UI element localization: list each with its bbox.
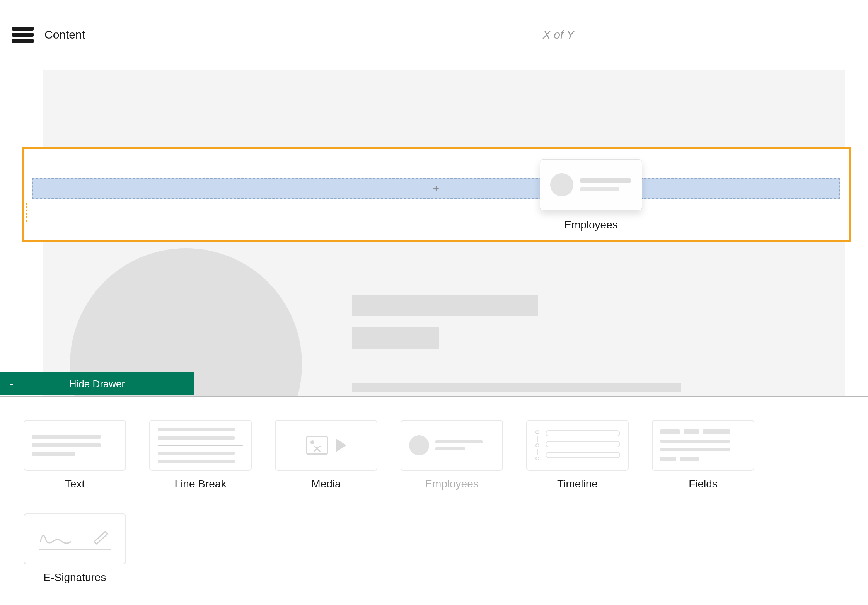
- pager-label: X of Y: [543, 28, 574, 41]
- drawer-item-employees: Employees: [401, 420, 503, 490]
- hide-drawer-button[interactable]: - Hide Drawer: [0, 372, 194, 395]
- drawer-card-linebreak[interactable]: [149, 420, 252, 471]
- drawer-item-label: E-Signatures: [44, 571, 106, 584]
- signature-icon: [32, 522, 118, 556]
- drawer-item-label: Line Break: [175, 478, 227, 490]
- drawer-card-employees[interactable]: [401, 420, 503, 471]
- profile-text-skeleton: [352, 295, 805, 392]
- fields-icon: [660, 429, 746, 461]
- avatar-placeholder-icon: [550, 173, 573, 196]
- employees-icon: [409, 435, 495, 455]
- drawer-item-timeline: Timeline: [526, 420, 629, 490]
- drawer-item-media: Media: [275, 420, 377, 490]
- drawer-item-label: Employees: [425, 478, 479, 490]
- plus-icon: +: [433, 182, 439, 195]
- drawer-card-fields[interactable]: [652, 420, 754, 471]
- header-title: Content: [44, 28, 85, 41]
- image-icon: [306, 436, 328, 455]
- timeline-icon: [535, 430, 620, 460]
- drawer-card-text[interactable]: [24, 420, 126, 471]
- drawer-item-label: Timeline: [557, 478, 598, 490]
- text-icon: [32, 435, 118, 456]
- drawer-item-linebreak: Line Break: [149, 420, 252, 490]
- hamburger-menu-icon[interactable]: [12, 27, 34, 43]
- hide-drawer-label: Hide Drawer: [69, 378, 125, 390]
- page-root: Content X of Y + Employees -: [0, 0, 868, 605]
- drawer-item-label: Fields: [689, 478, 718, 490]
- linebreak-icon: [158, 428, 243, 463]
- drawer-item-esignatures: E-Signatures: [24, 513, 126, 584]
- header-bar: Content X of Y: [0, 0, 868, 70]
- dragging-card-employees[interactable]: [540, 159, 642, 210]
- placeholder-lines: [580, 178, 632, 191]
- minus-icon: -: [10, 377, 14, 390]
- drawer-item-label: Media: [311, 478, 341, 490]
- drawer-card-esignatures[interactable]: [24, 513, 126, 564]
- drawer-grid: Text Line Break Media: [24, 420, 845, 584]
- drawer-card-media[interactable]: [275, 420, 377, 471]
- play-icon: [336, 438, 346, 452]
- drawer-item-label: Text: [65, 478, 85, 490]
- drag-handle-icon[interactable]: [24, 203, 28, 222]
- header-left: Content: [12, 27, 85, 43]
- media-icon: [306, 436, 346, 455]
- dropzone[interactable]: +: [32, 178, 840, 199]
- drawer-divider: [0, 396, 868, 397]
- drawer-card-timeline[interactable]: [526, 420, 629, 471]
- dragging-card-label: Employees: [540, 219, 642, 231]
- drawer-item-text: Text: [24, 420, 126, 490]
- drawer-item-fields: Fields: [652, 420, 754, 490]
- component-drawer: Text Line Break Media: [0, 397, 868, 605]
